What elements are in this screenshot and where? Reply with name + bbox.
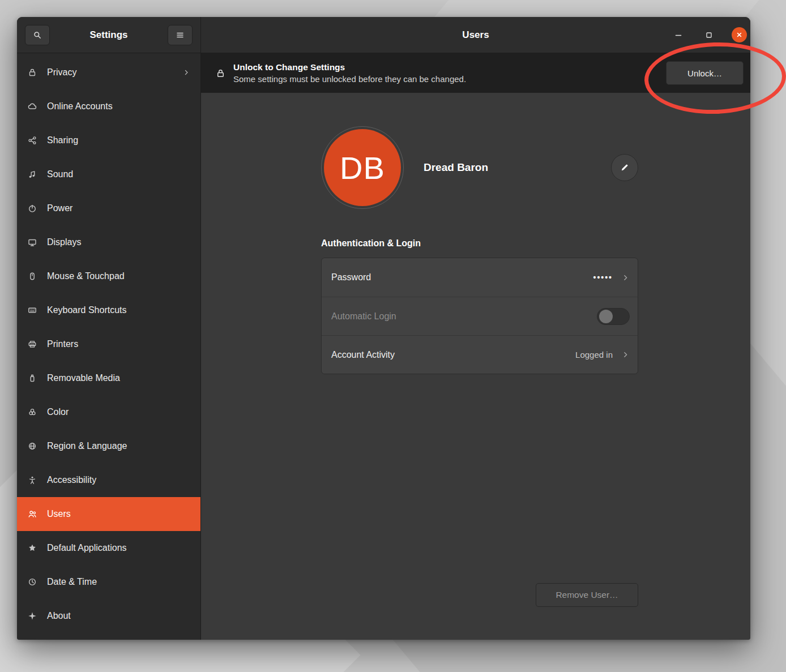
banner-subtitle: Some settings must be unlocked before th…	[233, 74, 666, 84]
close-button[interactable]	[732, 27, 747, 42]
user-profile-row: DB Dread Baron	[321, 126, 638, 209]
lock-icon	[27, 67, 37, 78]
cloud-icon	[27, 101, 37, 112]
sidebar-title: Settings	[89, 29, 127, 41]
maximize-button[interactable]	[701, 27, 717, 43]
sidebar-item-about[interactable]: About	[17, 599, 200, 633]
settings-window: Settings Privacy Online Accounts Sharing	[17, 17, 750, 640]
sidebar-item-accessibility[interactable]: Accessibility	[17, 463, 200, 497]
auth-login-heading: Authentication & Login	[321, 238, 638, 249]
main-panel: Users Unlock to Change Settings Some set…	[201, 17, 750, 640]
sidebar-item-power[interactable]: Power	[17, 191, 200, 225]
sidebar-item-printers[interactable]: Printers	[17, 327, 200, 361]
minimize-icon	[673, 30, 684, 40]
chevron-right-icon	[621, 273, 630, 282]
menu-button[interactable]	[168, 25, 193, 45]
sidebar-item-region-language[interactable]: Region & Language	[17, 429, 200, 463]
unlock-button[interactable]: Unlock…	[666, 61, 744, 85]
minimize-button[interactable]	[670, 27, 686, 43]
password-row[interactable]: Password •••••	[322, 258, 638, 297]
menu-icon	[175, 30, 185, 40]
auth-login-card: Password ••••• Automatic Login Account A…	[321, 258, 638, 374]
automatic-login-toggle[interactable]	[597, 308, 630, 325]
mouse-icon	[27, 271, 37, 281]
sidebar-item-removable-media[interactable]: Removable Media	[17, 361, 200, 395]
search-icon	[32, 30, 42, 40]
sidebar-item-mouse-touchpad[interactable]: Mouse & Touchpad	[17, 259, 200, 293]
sidebar-item-online-accounts[interactable]: Online Accounts	[17, 89, 200, 123]
sidebar-item-displays[interactable]: Displays	[17, 225, 200, 259]
unlock-banner: Unlock to Change Settings Some settings …	[201, 53, 750, 93]
users-icon	[27, 509, 37, 519]
sidebar-item-sound[interactable]: Sound	[17, 157, 200, 191]
sidebar-item-default-applications[interactable]: Default Applications	[17, 531, 200, 565]
display-icon	[27, 237, 37, 247]
close-icon	[735, 31, 744, 39]
sidebar-item-color[interactable]: Color	[17, 395, 200, 429]
chevron-right-icon	[621, 350, 630, 359]
banner-title: Unlock to Change Settings	[233, 62, 666, 72]
maximize-icon	[704, 31, 714, 40]
star-icon	[27, 543, 37, 553]
sidebar-item-users[interactable]: Users	[17, 497, 200, 531]
usb-drive-icon	[27, 373, 37, 383]
pencil-icon	[620, 162, 630, 173]
toggle-knob	[599, 310, 613, 323]
banner-text: Unlock to Change Settings Some settings …	[233, 62, 666, 84]
sidebar-nav: Privacy Online Accounts Sharing Sound Po…	[17, 53, 200, 640]
window-controls	[670, 27, 750, 43]
share-icon	[27, 135, 37, 145]
sidebar: Settings Privacy Online Accounts Sharing	[17, 17, 201, 640]
globe-icon	[27, 441, 37, 451]
lock-icon	[215, 68, 226, 79]
account-activity-row[interactable]: Account Activity Logged in	[322, 335, 638, 374]
search-button[interactable]	[25, 25, 50, 45]
keyboard-icon	[27, 305, 37, 315]
music-note-icon	[27, 169, 37, 179]
sidebar-item-privacy[interactable]: Privacy	[17, 55, 200, 89]
avatar[interactable]: DB	[324, 129, 401, 206]
sidebar-item-date-time[interactable]: Date & Time	[17, 565, 200, 599]
user-full-name: Dread Baron	[424, 161, 611, 174]
sidebar-item-sharing[interactable]: Sharing	[17, 123, 200, 157]
accessibility-icon	[27, 475, 37, 485]
remove-user-button[interactable]: Remove User…	[536, 583, 638, 607]
chevron-right-icon	[182, 69, 190, 76]
printer-icon	[27, 339, 37, 349]
sparkle-icon	[27, 611, 37, 621]
automatic-login-row: Automatic Login	[322, 297, 638, 335]
password-dots: •••••	[593, 273, 613, 282]
page-title: Users	[201, 29, 750, 41]
account-activity-status: Logged in	[575, 350, 613, 359]
titlebar[interactable]: Users	[201, 17, 750, 53]
users-content: DB Dread Baron Authentication & Login Pa…	[201, 93, 750, 640]
edit-name-button[interactable]	[611, 154, 638, 181]
clock-icon	[27, 577, 37, 587]
sidebar-item-keyboard-shortcuts[interactable]: Keyboard Shortcuts	[17, 293, 200, 327]
sidebar-header: Settings	[17, 17, 200, 53]
avatar-ring: DB	[321, 126, 404, 209]
power-icon	[27, 203, 37, 213]
color-circles-icon	[27, 407, 37, 417]
